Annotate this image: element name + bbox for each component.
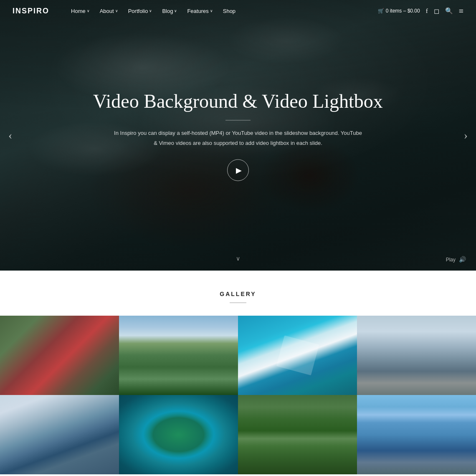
- video-play-label[interactable]: Play: [446, 257, 456, 263]
- gallery-title: GALLERY: [0, 291, 476, 297]
- search-icon[interactable]: 🔍: [445, 7, 453, 15]
- video-controls: Play 🔊: [446, 256, 466, 263]
- gallery-grid: [0, 316, 476, 474]
- gallery-item[interactable]: [119, 395, 238, 474]
- chevron-down-icon: ∨: [174, 9, 177, 13]
- play-icon: ▶: [236, 165, 242, 175]
- gallery-item[interactable]: [357, 395, 476, 474]
- gallery-item[interactable]: [119, 316, 238, 395]
- gallery-item[interactable]: [238, 316, 357, 395]
- nav-item-features[interactable]: Features ∨: [182, 8, 218, 14]
- header-actions: 🛒 0 items – $0.00 f ◻ 🔍 ≡: [378, 6, 463, 16]
- chevron-down-icon: ∨: [115, 9, 118, 13]
- gallery-item[interactable]: [0, 395, 119, 474]
- gallery-item[interactable]: [238, 395, 357, 474]
- gallery-item[interactable]: [0, 316, 119, 395]
- hero-content: Video Background & Video Lightbox In Ins…: [48, 90, 428, 181]
- hero-divider: [225, 120, 251, 121]
- hamburger-icon[interactable]: ≡: [459, 6, 463, 16]
- hero-section: ‹ › Video Background & Video Lightbox In…: [0, 0, 476, 271]
- chevron-down-icon: ∨: [210, 9, 213, 13]
- gallery-header: GALLERY: [0, 271, 476, 316]
- cart-button[interactable]: 🛒 0 items – $0.00: [378, 8, 420, 14]
- gallery-title-divider: [230, 302, 246, 303]
- site-logo[interactable]: INSPIRO: [13, 7, 49, 15]
- cart-icon: 🛒: [378, 8, 384, 14]
- slider-next-button[interactable]: ›: [460, 124, 472, 146]
- nav-item-shop[interactable]: Shop: [218, 8, 241, 14]
- slider-prev-button[interactable]: ‹: [4, 124, 16, 146]
- gallery-section: GALLERY: [0, 271, 476, 474]
- nav-item-portfolio[interactable]: Portfolio ∨: [123, 8, 157, 14]
- nav-item-blog[interactable]: Blog ∨: [157, 8, 182, 14]
- nav-item-about[interactable]: About ∨: [95, 8, 123, 14]
- chevron-down-icon: ∨: [87, 9, 90, 13]
- nav-item-home[interactable]: Home ∨: [66, 8, 95, 14]
- facebook-icon[interactable]: f: [426, 8, 428, 15]
- video-play-button[interactable]: ▶: [227, 159, 249, 181]
- hero-title: Video Background & Video Lightbox: [48, 90, 428, 113]
- instagram-icon[interactable]: ◻: [434, 7, 439, 15]
- scroll-down-indicator[interactable]: ∨: [236, 255, 240, 262]
- gallery-item[interactable]: [357, 316, 476, 395]
- main-nav: Home ∨ About ∨ Portfolio ∨ Blog ∨ Featur…: [66, 8, 378, 14]
- hero-description: In Inspiro you can display a self-hosted…: [113, 128, 363, 148]
- site-header: INSPIRO Home ∨ About ∨ Portfolio ∨ Blog …: [0, 0, 476, 22]
- mute-icon[interactable]: 🔊: [459, 256, 466, 263]
- chevron-down-icon: ∨: [149, 9, 152, 13]
